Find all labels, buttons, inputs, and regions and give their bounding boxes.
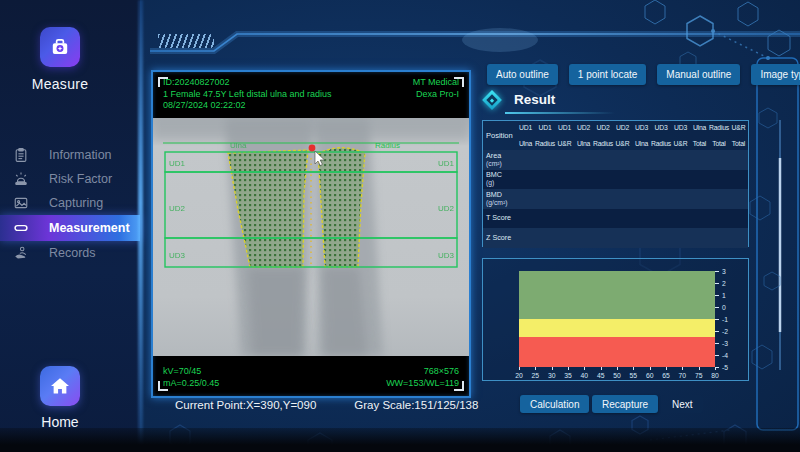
svg-text:UD2: UD2 — [169, 204, 186, 213]
position-header-cell: Position — [483, 121, 516, 150]
y-axis-tick — [715, 343, 719, 344]
tscore-reference-chart: 202530354045505560657075803210-1-2-3-4-5 — [482, 258, 749, 381]
manual-outline-button[interactable]: Manual outline — [657, 64, 740, 85]
corner-bracket — [158, 381, 168, 391]
xray-image-panel[interactable]: ID:20240827002 1 Female 47.5Y Left dista… — [151, 70, 471, 398]
band-osteopenia — [519, 319, 715, 337]
patient-demographics: 1 Female 47.5Y Left distal ulna and radi… — [163, 89, 331, 101]
x-axis-tick-label: 55 — [630, 372, 638, 379]
y-axis-tick-label: -4 — [722, 352, 728, 359]
result-row-t-score: T Score — [483, 209, 748, 229]
y-axis-tick-label: 0 — [722, 304, 726, 311]
patient-info-overlay: ID:20240827002 1 Female 47.5Y Left dista… — [163, 77, 331, 112]
xray-image[interactable]: Ulna Radius UD1 UD1 UD2 UD2 UD3 UD3 — [153, 118, 469, 356]
x-axis-tick-label: 45 — [597, 372, 605, 379]
result-table: Position UD1UlnaUD1RadiusUD1U&RUD2UlnaUD… — [482, 120, 749, 247]
device-info-overlay: MT Medical Dexa Pro-I — [413, 77, 459, 100]
x-axis-tick-label: 20 — [515, 372, 523, 379]
result-diamond-icon — [482, 90, 502, 110]
app-title: Measure — [0, 76, 120, 92]
current-point-readout: Current Point:X=390,Y=090 — [175, 399, 316, 411]
exposure-overlay: kV=70/45 mA=0.25/0.45 — [163, 366, 219, 389]
one-point-locate-button[interactable]: 1 point locate — [569, 64, 647, 85]
x-axis-tick — [568, 367, 569, 370]
ma-value: mA=0.25/0.45 — [163, 378, 219, 390]
x-axis-tick-label: 75 — [695, 372, 703, 379]
x-axis-tick-label: 25 — [532, 372, 540, 379]
result-column-header: UD2U&R — [613, 121, 632, 150]
x-axis-tick-label: 65 — [662, 372, 670, 379]
sidebar-item-records[interactable]: Records — [0, 241, 140, 265]
sidebar-item-capturing[interactable]: Capturing — [0, 191, 140, 215]
sidebar-edge-glow — [138, 0, 143, 452]
care-hand-icon — [12, 245, 29, 262]
svg-text:UD2: UD2 — [438, 204, 455, 213]
y-axis-tick — [715, 355, 719, 356]
x-axis-tick-label: 60 — [646, 372, 654, 379]
window-level-value: WW=153/WL=119 — [386, 378, 459, 390]
sidebar-item-label: Information — [49, 148, 112, 162]
x-axis-tick-label: 35 — [564, 372, 572, 379]
result-row-bmc: BMC(g) — [483, 170, 748, 190]
x-axis-tick-label: 30 — [548, 372, 556, 379]
y-axis-tick-label: -1 — [722, 316, 728, 323]
result-column-header: UD1Radius — [535, 121, 555, 150]
clipboard-icon — [12, 147, 29, 164]
y-axis-tick-label: -5 — [722, 364, 728, 371]
device-model: Dexa Pro-I — [413, 89, 459, 101]
next-button[interactable]: Next — [662, 395, 703, 413]
x-axis-tick-label: 80 — [711, 372, 719, 379]
result-section-title: Result — [514, 92, 555, 107]
x-axis-tick — [699, 367, 700, 370]
radius-label: Radius — [375, 141, 400, 150]
x-axis-tick — [682, 367, 683, 370]
result-column-header: UD3Ulna — [632, 121, 651, 150]
svg-text:UD3: UD3 — [169, 251, 186, 260]
alert-lamp-icon — [12, 171, 29, 188]
svg-text:UD1: UD1 — [169, 159, 186, 168]
y-axis-tick-label: 2 — [722, 280, 726, 287]
result-row-area: Area(cm²) — [483, 150, 748, 170]
sidebar-item-label: Records — [49, 246, 96, 260]
home-button[interactable] — [40, 366, 80, 406]
x-axis-tick — [617, 367, 618, 370]
ulna-roi-outline[interactable] — [318, 148, 365, 267]
x-axis-tick-label: 70 — [679, 372, 687, 379]
recapture-button[interactable]: Recapture — [592, 395, 658, 413]
result-column-header: UD2Radius — [593, 121, 613, 150]
result-column-header: UD1Ulna — [516, 121, 535, 150]
image-type-button[interactable]: Image type — [751, 64, 800, 85]
result-title-underline — [505, 112, 615, 114]
gray-scale-readout: Gray Scale:151/125/138 — [354, 399, 478, 411]
x-axis-tick — [519, 367, 520, 370]
locate-point-marker — [309, 145, 316, 152]
sidebar-item-risk-factor[interactable]: Risk Factor — [0, 167, 140, 191]
result-row-z-score: Z Score — [483, 228, 748, 248]
svg-text:UD1: UD1 — [438, 159, 455, 168]
x-axis-tick — [633, 367, 634, 370]
x-axis-tick — [666, 367, 667, 370]
y-axis-tick-label: 3 — [722, 268, 726, 275]
image-meta-overlay: 768×576 WW=153/WL=119 — [386, 366, 459, 389]
calculation-button[interactable]: Calculation — [520, 395, 589, 413]
sidebar-item-information[interactable]: Information — [0, 143, 140, 167]
y-axis-tick-label: -2 — [722, 328, 728, 335]
y-axis-tick — [715, 295, 719, 296]
x-axis-tick — [650, 367, 651, 370]
result-table-header: Position UD1UlnaUD1RadiusUD1U&RUD2UlnaUD… — [483, 121, 748, 150]
sidebar-item-label: Capturing — [49, 196, 103, 210]
y-axis-tick-label: -3 — [722, 340, 728, 347]
sidebar-item-measurement[interactable]: Measurement — [0, 215, 140, 241]
x-axis-tick — [584, 367, 585, 370]
outline-toolbar: Auto outline 1 point locate Manual outli… — [487, 64, 800, 85]
auto-outline-button[interactable]: Auto outline — [487, 64, 558, 85]
x-axis-tick — [601, 367, 602, 370]
result-column-header: UD3Radius — [651, 121, 671, 150]
result-column-header: UlnaTotal — [690, 121, 709, 150]
status-bar: Current Point:X=390,Y=090Gray Scale:151/… — [175, 399, 516, 411]
y-axis-tick — [715, 271, 719, 272]
y-axis-tick — [715, 319, 719, 320]
x-axis-tick — [552, 367, 553, 370]
band-osteoporosis — [519, 337, 715, 367]
resolution-value: 768×576 — [386, 366, 459, 378]
